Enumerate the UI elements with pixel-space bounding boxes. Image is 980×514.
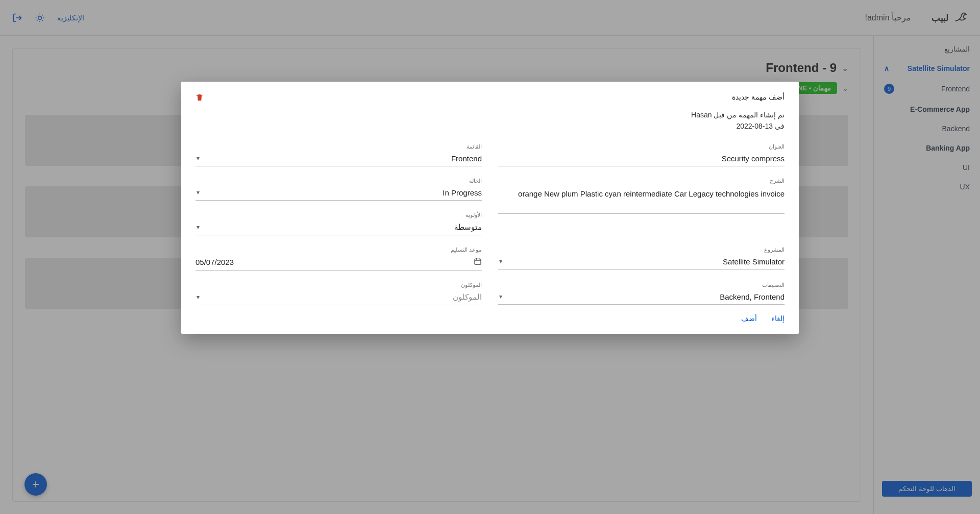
label-due: موعد التسليم <box>195 247 482 253</box>
select-list[interactable]: Frontend ▾ <box>195 151 482 166</box>
placeholder-assignees: الموكلون <box>200 292 482 302</box>
select-tags[interactable]: Backend, Frontend ▾ <box>498 289 785 305</box>
value-list: Frontend <box>200 154 482 163</box>
task-modal: أضف مهمة جديدة تم إنشاء المهمة من قبل Ha… <box>181 82 799 334</box>
delete-button[interactable] <box>195 93 204 105</box>
cancel-button[interactable]: إلغاء <box>771 314 785 323</box>
select-status[interactable]: In Progress ▾ <box>195 185 482 201</box>
modal-title: أضف مهمة جديدة <box>204 93 785 101</box>
value-due: 05/07/2023 <box>195 258 472 266</box>
value-status: In Progress <box>200 188 482 197</box>
label-priority: الأولوية <box>195 212 482 218</box>
select-priority[interactable]: متوسطة ▾ <box>195 219 482 235</box>
field-description: الشرح orange New plum Plastic cyan reint… <box>498 178 785 235</box>
field-project: المشروع Satellite Simulator ▾ <box>498 247 785 271</box>
modal-created-on: في 13-08-2022 <box>204 120 785 132</box>
select-assignees[interactable]: الموكلون ▾ <box>195 289 482 305</box>
field-assignees: الموكلون الموكلون ▾ <box>195 282 482 305</box>
select-project[interactable]: Satellite Simulator ▾ <box>498 254 785 270</box>
trash-icon <box>195 93 204 102</box>
field-priority: الأولوية متوسطة ▾ <box>195 212 482 235</box>
field-due: موعد التسليم 05/07/2023 <box>195 247 482 271</box>
textarea-description[interactable]: orange New plum Plastic cyan reintermedi… <box>498 185 785 214</box>
label-description: الشرح <box>498 178 785 184</box>
svg-rect-10 <box>475 259 481 264</box>
label-tags: التصنيفات <box>498 282 785 288</box>
label-assignees: الموكلون <box>195 282 482 288</box>
chevron-down-icon: ▾ <box>195 155 200 162</box>
value-priority: متوسطة <box>200 223 482 232</box>
modal-created-by: تم إنشاء المهمة من قبل Hasan <box>204 109 785 120</box>
input-title[interactable]: Security compress <box>498 151 785 166</box>
value-project: Satellite Simulator <box>502 257 785 266</box>
label-title: العنوان <box>498 143 785 150</box>
value-title: Security compress <box>498 154 785 163</box>
modal-overlay[interactable]: أضف مهمة جديدة تم إنشاء المهمة من قبل Ha… <box>0 0 980 514</box>
chevron-down-icon: ▾ <box>498 293 502 300</box>
add-button[interactable]: أضف <box>741 314 757 323</box>
chevron-down-icon: ▾ <box>195 189 200 196</box>
value-description: orange New plum Plastic cyan reintermedi… <box>498 188 785 200</box>
field-tags: التصنيفات Backend, Frontend ▾ <box>498 282 785 305</box>
field-status: الحالة In Progress ▾ <box>195 178 482 201</box>
field-title: العنوان Security compress <box>498 143 785 166</box>
chevron-down-icon: ▾ <box>195 224 200 231</box>
date-due[interactable]: 05/07/2023 <box>195 254 482 271</box>
label-list: القائمة <box>195 143 482 150</box>
value-tags: Backend, Frontend <box>502 292 785 301</box>
chevron-down-icon: ▾ <box>498 258 502 265</box>
calendar-icon <box>474 257 482 267</box>
label-project: المشروع <box>498 247 785 253</box>
label-status: الحالة <box>195 178 482 184</box>
field-list: القائمة Frontend ▾ <box>195 143 482 166</box>
chevron-down-icon: ▾ <box>195 293 200 301</box>
